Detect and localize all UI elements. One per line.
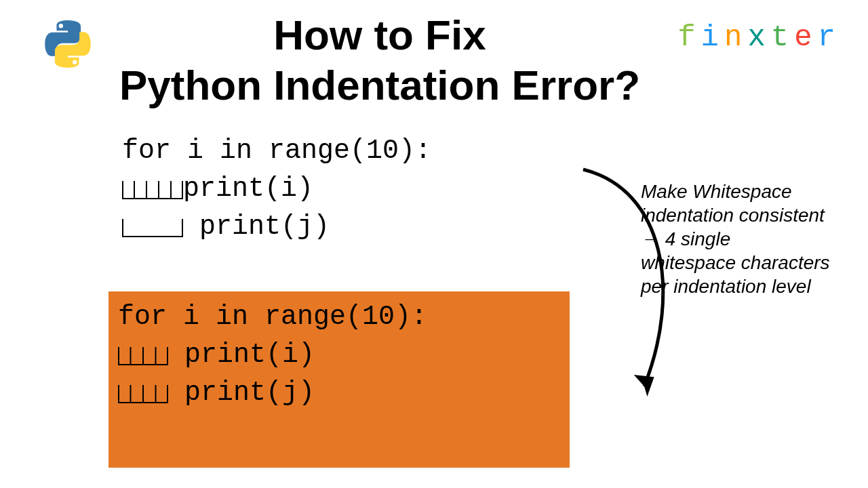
code-line: for i in range(10):: [122, 132, 431, 170]
code-line: print(i): [118, 336, 560, 374]
python-logo-icon: [44, 20, 92, 68]
brand-letter: i: [701, 20, 724, 54]
brand-letter: r: [818, 20, 841, 54]
tip-annotation: Make Whitespace indentation consistent →…: [641, 180, 831, 298]
code-text: print(i): [168, 340, 315, 370]
code-text: print(j): [183, 211, 330, 242]
brand-letter: x: [747, 20, 770, 54]
page-title: How to FixPython Indentation Error?: [102, 10, 658, 111]
code-line: print(j): [118, 374, 560, 412]
code-line: print(j): [122, 208, 431, 246]
whitespace-marks-icon: [122, 176, 183, 200]
code-line: for i in range(10):: [118, 298, 560, 336]
finxter-logo: finxter: [677, 20, 841, 54]
code-text: print(j): [168, 378, 315, 408]
code-text: print(i): [183, 174, 313, 204]
code-after: for i in range(10): print(i): [118, 298, 560, 412]
brand-letter: f: [677, 20, 701, 54]
brand-letter: n: [724, 20, 747, 54]
brand-letter: t: [771, 20, 794, 54]
whitespace-marks-icon: [118, 342, 168, 366]
whitespace-marks-icon: [118, 380, 168, 404]
brand-letter: e: [794, 20, 817, 54]
code-after-box: for i in range(10): print(i): [108, 291, 570, 468]
code-before: for i in range(10): print(i) print(j): [122, 132, 431, 246]
tab-mark-icon: [122, 214, 183, 238]
code-line: print(i): [122, 170, 431, 208]
